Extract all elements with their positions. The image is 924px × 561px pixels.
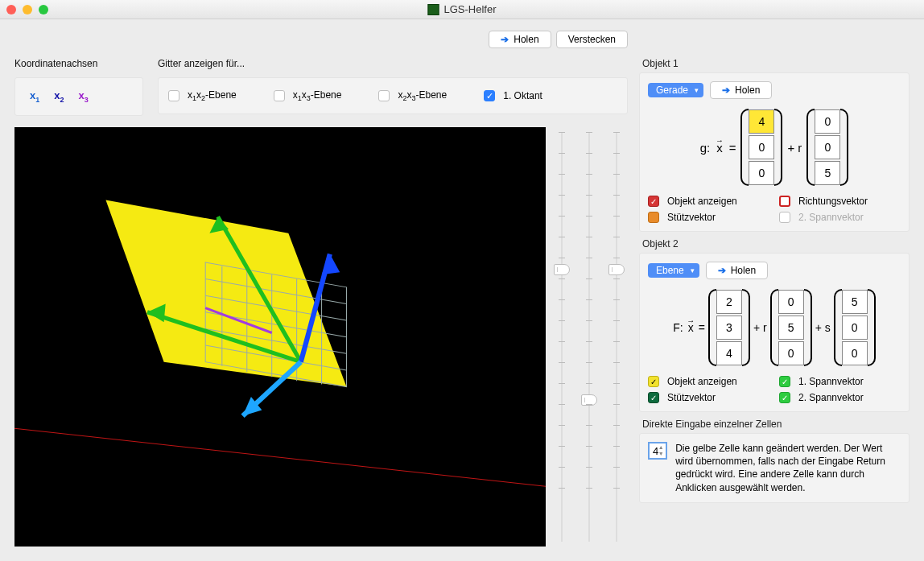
obj1-vector-a: 400 bbox=[740, 109, 782, 186]
grid-x1x3[interactable]: x1x3-Ebene bbox=[274, 89, 342, 102]
holen-button[interactable]: ➔Holen bbox=[489, 31, 551, 48]
obj1-b1[interactable]: 0 bbox=[815, 135, 840, 159]
obj2-spann2[interactable]: 2. Spannvektor bbox=[779, 392, 901, 403]
axis-x2[interactable]: x2 bbox=[54, 89, 64, 104]
stepper-up-icon[interactable]: ▲ bbox=[657, 444, 665, 451]
grid-octant[interactable]: 1. Oktant bbox=[484, 90, 542, 101]
app-icon bbox=[427, 4, 439, 15]
window-title: LGS-Helfer bbox=[427, 3, 496, 15]
axes-heading: Koordinatenachsen bbox=[14, 58, 143, 69]
slider-1[interactable] bbox=[551, 127, 573, 547]
axis-x3[interactable]: x3 bbox=[79, 89, 89, 104]
scene-svg bbox=[14, 127, 546, 547]
obj1-equation: g: →x = 400 + r 005 bbox=[648, 109, 901, 186]
arrow-right-icon: ➔ bbox=[501, 34, 509, 45]
obj1-type-select[interactable]: Gerade▾ bbox=[648, 83, 703, 97]
obj1-panel: Gerade▾ ➔Holen g: →x = 400 + r 005 Objek… bbox=[639, 72, 910, 232]
slider-3[interactable] bbox=[605, 127, 628, 547]
obj1-holen-button[interactable]: ➔Holen bbox=[710, 81, 772, 99]
axes-panel: x1 x2 x3 bbox=[14, 77, 143, 116]
window-title-text: LGS-Helfer bbox=[443, 3, 496, 15]
obj1-spann2: 2. Spannvektor bbox=[779, 212, 901, 223]
grids-heading: Gitter anzeigen für... bbox=[158, 58, 628, 69]
obj1-stuetz[interactable]: Stützvektor bbox=[648, 212, 769, 223]
obj2-equation: F: →x = 234 + r 050 + s 500 bbox=[648, 289, 901, 366]
chevron-updown-icon: ▾ bbox=[691, 266, 695, 274]
3d-canvas[interactable] bbox=[14, 127, 546, 547]
obj2-holen-button[interactable]: ➔Holen bbox=[706, 262, 768, 279]
grid-x1x2[interactable]: x1x2-Ebene bbox=[168, 89, 237, 102]
arrow-right-icon: ➔ bbox=[718, 265, 726, 276]
close-icon[interactable] bbox=[6, 5, 16, 14]
obj2-stuetz[interactable]: Stützvektor bbox=[648, 392, 769, 403]
svg-marker-18 bbox=[322, 254, 340, 274]
obj2-panel: Ebene▾ ➔Holen F: →x = 234 + r 050 + s 50… bbox=[639, 253, 910, 412]
arrow-right-icon: ➔ bbox=[722, 85, 730, 96]
direct-panel: 4▲▼ Die gelbe Zelle kann geändert werden… bbox=[639, 433, 910, 503]
zoom-icon[interactable] bbox=[39, 5, 48, 14]
obj1-vector-b: 005 bbox=[806, 109, 848, 186]
direct-help-text: Die gelbe Zelle kann geändert werden. De… bbox=[675, 442, 901, 494]
slider-2[interactable] bbox=[578, 127, 600, 547]
obj1-title: Objekt 1 bbox=[639, 58, 910, 69]
direct-title: Direkte Eingabe einzelner Zellen bbox=[639, 419, 910, 430]
obj1-b0[interactable]: 0 bbox=[815, 109, 840, 134]
axis-x1[interactable]: x1 bbox=[30, 89, 39, 104]
svg-line-0 bbox=[14, 428, 546, 486]
grid-x2x3[interactable]: x2x3-Ebene bbox=[378, 89, 447, 102]
obj1-show[interactable]: Objekt anzeigen bbox=[648, 196, 769, 207]
obj2-show[interactable]: Objekt anzeigen bbox=[648, 376, 769, 387]
obj1-a2[interactable]: 0 bbox=[749, 161, 774, 185]
obj1-a1[interactable]: 0 bbox=[749, 135, 774, 159]
verstecken-button[interactable]: Verstecken bbox=[556, 31, 628, 48]
obj2-type-select[interactable]: Ebene▾ bbox=[648, 263, 699, 278]
stepper-down-icon[interactable]: ▼ bbox=[657, 451, 665, 457]
titlebar: LGS-Helfer bbox=[0, 0, 924, 19]
obj2-title: Objekt 2 bbox=[639, 238, 910, 250]
cell-value-input[interactable]: 4▲▼ bbox=[648, 442, 667, 460]
grids-panel: x1x2-Ebene x1x3-Ebene x2x3-Ebene 1. Okta… bbox=[158, 77, 628, 114]
chevron-updown-icon: ▾ bbox=[695, 86, 699, 94]
obj1-b2[interactable]: 5 bbox=[815, 161, 840, 185]
obj1-richtung[interactable]: Richtungsvektor bbox=[779, 196, 901, 207]
window-controls bbox=[6, 5, 48, 14]
obj2-spann1[interactable]: 1. Spannvektor bbox=[779, 376, 901, 387]
obj1-a0[interactable]: 4 bbox=[749, 109, 774, 134]
minimize-icon[interactable] bbox=[23, 5, 32, 14]
